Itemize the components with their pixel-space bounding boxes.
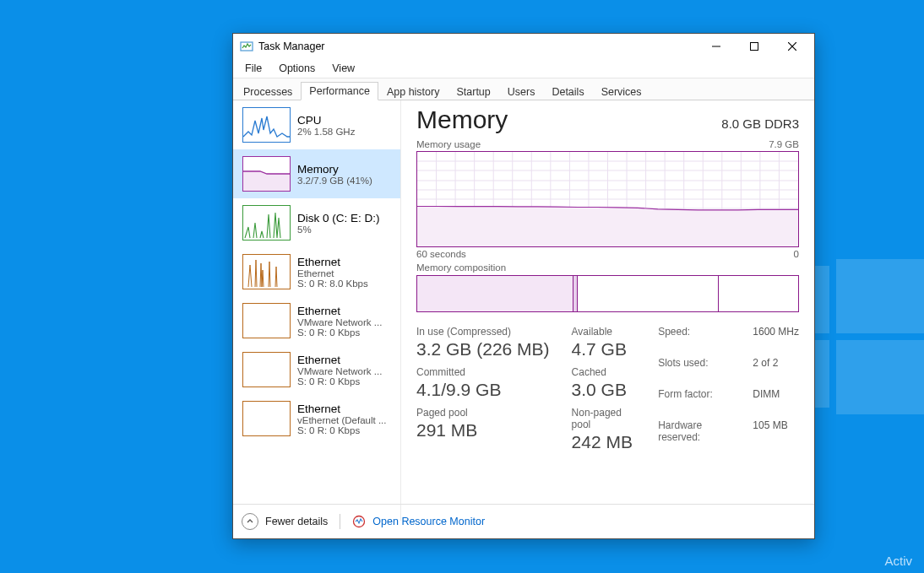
sidebar-item-title: Memory [297, 163, 372, 176]
composition-label: Memory composition [416, 262, 506, 273]
sidebar-thumbnail [242, 205, 291, 241]
stat-mid-label-2: Non-paged pool [572, 407, 637, 430]
task-manager-window: Task Manager File Options View Processes… [232, 33, 815, 539]
tab-users[interactable]: Users [499, 83, 544, 100]
sidebar-item-title: Ethernet [297, 305, 382, 317]
fewer-details-icon[interactable] [242, 513, 258, 530]
spec-value-3: 105 MB [753, 419, 799, 459]
usage-label: Memory usage [416, 139, 481, 149]
tab-services[interactable]: Services [593, 83, 650, 100]
stat-left-label-0: In use (Compressed) [416, 326, 550, 338]
sidebar-item-subtitle: VMware Network ... [297, 366, 382, 376]
resource-spec: 8.0 GB DDR3 [721, 116, 799, 131]
spec-value-1: 2 of 2 [753, 357, 799, 385]
memory-specs: Speed:1600 MHzSlots used:2 of 2Form fact… [658, 326, 799, 459]
sidebar-item-memory[interactable]: Memory 3.2/7.9 GB (41%) [233, 149, 400, 198]
footer: Fewer details Open Resource Monitor [233, 504, 814, 538]
spec-value-0: 1600 MHz [753, 326, 799, 354]
sidebar-item-subtitle2: S: 0 R: 0 Kbps [297, 376, 382, 387]
performance-main: Memory 8.0 GB DDR3 Memory usage 7.9 GB [401, 100, 814, 521]
sidebar-item-subtitle2: S: 0 R: 0 Kbps [297, 425, 386, 435]
sidebar-item-subtitle: VMware Network ... [297, 317, 382, 327]
stat-mid-value-1: 3.0 GB [572, 380, 637, 400]
menu-file[interactable]: File [236, 61, 270, 76]
sidebar-item-subtitle2: S: 0 R: 0 Kbps [297, 327, 382, 338]
stat-mid-label-0: Available [572, 326, 637, 338]
sidebar-item-subtitle2: S: 0 R: 8.0 Kbps [297, 278, 368, 289]
tab-details[interactable]: Details [543, 83, 592, 100]
sidebar-item-ethernet[interactable]: Ethernet Ethernet S: 0 R: 8.0 Kbps [233, 247, 400, 296]
stat-left-value-2: 291 MB [416, 420, 550, 441]
sidebar-item-ethernet[interactable]: Ethernet vEthernet (Default ... S: 0 R: … [233, 394, 400, 443]
tabbar: Processes Performance App history Startu… [233, 78, 814, 100]
sidebar-item-ethernet[interactable]: Ethernet VMware Network ... S: 0 R: 0 Kb… [233, 345, 400, 394]
minimize-button[interactable] [697, 34, 735, 59]
memory-usage-chart[interactable] [416, 151, 799, 247]
fewer-details-link[interactable]: Fewer details [265, 516, 328, 527]
separator [340, 514, 340, 529]
svg-rect-3 [836, 340, 924, 414]
sidebar-item-cpu[interactable]: CPU 2% 1.58 GHz [233, 100, 400, 149]
sidebar-item-disk-0-c-e-d-[interactable]: Disk 0 (C: E: D:) 5% [233, 198, 400, 247]
sidebar-item-title: Disk 0 (C: E: D:) [297, 212, 380, 224]
sidebar-item-subtitle: 3.2/7.9 GB (41%) [297, 176, 372, 186]
composition-segment-free [719, 276, 798, 311]
sidebar-thumbnail [242, 352, 291, 387]
tab-performance[interactable]: Performance [301, 82, 378, 100]
sidebar-thumbnail [242, 401, 291, 436]
open-resource-monitor-link[interactable]: Open Resource Monitor [372, 516, 485, 527]
composition-segment-in_use [417, 276, 573, 311]
stat-mid-value-0: 4.7 GB [572, 339, 637, 359]
maximize-button[interactable] [735, 34, 773, 59]
performance-sidebar: CPU 2% 1.58 GHz Memory 3.2/7.9 GB (41%) … [233, 100, 401, 521]
spec-key-3: Hardware reserved: [658, 419, 731, 459]
sidebar-item-ethernet[interactable]: Ethernet VMware Network ... S: 0 R: 0 Kb… [233, 296, 400, 345]
close-button[interactable] [773, 34, 811, 59]
sidebar-item-subtitle: Ethernet [297, 268, 368, 278]
sidebar-item-title: CPU [297, 114, 355, 127]
sidebar-thumbnail [242, 156, 291, 192]
window-title: Task Manager [258, 41, 697, 52]
activation-watermark: Activ [884, 554, 912, 568]
spec-key-1: Slots used: [658, 357, 731, 385]
memory-composition-chart[interactable] [416, 275, 799, 312]
stat-left-value-1: 4.1/9.9 GB [416, 380, 550, 400]
sidebar-thumbnail [242, 107, 291, 143]
spec-value-2: DIMM [753, 388, 799, 416]
spec-key-0: Speed: [658, 326, 731, 354]
sidebar-item-subtitle: 2% 1.58 GHz [297, 127, 355, 137]
tab-app-history[interactable]: App history [378, 83, 448, 100]
svg-point-37 [354, 516, 365, 527]
titlebar[interactable]: Task Manager [233, 34, 814, 59]
tab-processes[interactable]: Processes [235, 83, 301, 100]
sidebar-item-subtitle: vEthernet (Default ... [297, 415, 386, 425]
desktop: Activ Task Manager File Options View Pro… [0, 0, 924, 573]
stat-left-label-1: Committed [416, 366, 550, 378]
svg-rect-1 [836, 259, 924, 333]
menu-view[interactable]: View [323, 61, 363, 76]
tab-startup[interactable]: Startup [448, 83, 498, 100]
composition-segment-standby [578, 276, 719, 311]
stat-mid-value-2: 242 MB [572, 432, 637, 452]
spec-key-2: Form factor: [658, 388, 731, 416]
usage-max: 7.9 GB [769, 139, 799, 149]
stat-left-label-2: Paged pool [416, 407, 550, 419]
sidebar-item-title: Ethernet [297, 403, 386, 415]
sidebar-item-title: Ethernet [297, 354, 382, 366]
stat-mid-label-1: Cached [572, 366, 637, 378]
sidebar-thumbnail [242, 303, 291, 338]
axis-right: 0 [794, 249, 799, 259]
sidebar-item-subtitle: 5% [297, 224, 380, 235]
stat-left-value-0: 3.2 GB (226 MB) [416, 339, 550, 359]
resource-monitor-icon [352, 515, 366, 528]
menu-options[interactable]: Options [270, 61, 323, 76]
svg-rect-6 [750, 43, 758, 51]
task-manager-icon [240, 40, 253, 53]
menubar: File Options View [233, 59, 814, 78]
axis-left: 60 seconds [416, 249, 466, 259]
resource-title: Memory [416, 105, 508, 134]
sidebar-thumbnail [242, 254, 291, 289]
sidebar-item-title: Ethernet [297, 256, 368, 268]
